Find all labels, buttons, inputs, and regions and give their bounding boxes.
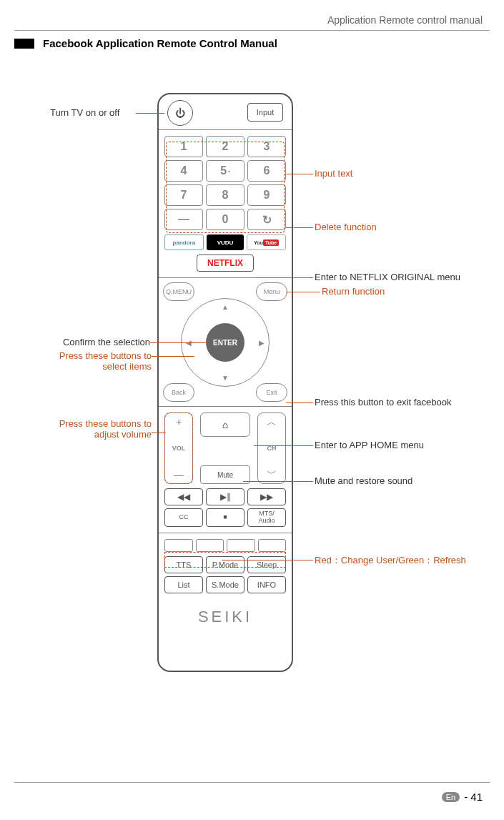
media-section: + VOL — ⌂ Mute ︿ CH ﹀ ◀◀ ▶∥ ▶▶ CC ■ MTS/…: [159, 407, 292, 533]
play-pause-icon: ▶∥: [220, 492, 231, 502]
play-pause-button[interactable]: ▶∥: [206, 488, 244, 505]
forward-icon: ▶▶: [260, 492, 273, 502]
back-button[interactable]: Back: [163, 383, 194, 402]
pandora-button[interactable]: pandora: [164, 234, 204, 250]
remote-body: ⏻ Input 1 2 3 4 5• 6 7 8 9 — 0 ↻ pandora…: [157, 93, 293, 672]
info-button[interactable]: INFO: [247, 576, 286, 593]
arrow-down-icon[interactable]: ▼: [222, 374, 229, 382]
callout-return: Return function: [322, 286, 385, 297]
yellow-button[interactable]: [227, 539, 255, 552]
section-title-bar: [14, 39, 34, 49]
blue-button[interactable]: [258, 539, 287, 552]
callout-volume: Press these buttons to adjust volume: [44, 418, 152, 440]
footer-rule: [14, 782, 490, 783]
green-button[interactable]: [196, 539, 224, 552]
vudu-button[interactable]: VUDU: [207, 234, 244, 250]
callout-input-text: Input text: [315, 168, 352, 179]
mts-button[interactable]: MTS/ Audio: [247, 508, 286, 527]
rewind-button[interactable]: ◀◀: [164, 488, 203, 505]
cc-button[interactable]: CC: [164, 508, 203, 527]
arrow-right-icon[interactable]: ▶: [259, 339, 265, 347]
brand-logo: SEIKI: [164, 593, 286, 641]
power-button[interactable]: ⏻: [167, 100, 193, 126]
netflix-button[interactable]: NETFLIX: [197, 255, 254, 272]
ch-down-icon: ﹀: [267, 468, 277, 480]
enter-button[interactable]: ENTER: [206, 323, 244, 362]
youtube-button[interactable]: YouTube: [247, 234, 286, 250]
callout-delete: Delete function: [315, 222, 377, 232]
list-button[interactable]: List: [164, 576, 203, 593]
stop-icon: ■: [223, 514, 227, 521]
callout-confirm: Confirm the selection: [50, 337, 150, 347]
power-icon: ⏻: [175, 107, 185, 119]
callout-power: Turn TV on or off: [50, 107, 119, 118]
section-title: Facebook Application Remote Control Manu…: [43, 37, 277, 49]
smode-button[interactable]: S.Mode: [206, 576, 244, 593]
numpad-highlight: [166, 142, 285, 233]
page-footer: En - 41: [442, 791, 483, 803]
callout-mute: Mute and restore sound: [315, 475, 412, 486]
page-number: - 41: [464, 791, 483, 803]
input-button[interactable]: Input: [247, 103, 283, 122]
red-button[interactable]: [164, 539, 193, 552]
forward-button[interactable]: ▶▶: [247, 488, 286, 505]
stop-button[interactable]: ■: [206, 508, 244, 527]
ch-up-icon: ︿: [267, 416, 277, 429]
callout-home: Enter to APP HOME menu: [315, 440, 424, 450]
page-header: Application Remote control manual: [327, 14, 483, 26]
home-button[interactable]: ⌂: [200, 413, 250, 437]
menu-button[interactable]: Menu: [256, 282, 287, 301]
app-row: pandora VUDU YouTube: [164, 234, 286, 250]
home-icon: ⌂: [222, 419, 228, 430]
callout-color: Red：Change User/Green：Refresh: [315, 554, 466, 567]
qmenu-button[interactable]: Q.MENU: [163, 282, 194, 301]
callout-select: Press these buttons to select items: [44, 350, 152, 372]
lang-badge: En: [442, 792, 460, 802]
channel-rocker[interactable]: ︿ CH ﹀: [257, 413, 286, 484]
arrow-up-icon[interactable]: ▲: [222, 303, 229, 311]
header-rule: [14, 30, 490, 31]
volume-highlight: [164, 413, 193, 484]
exit-button[interactable]: Exit: [256, 383, 287, 402]
extras-section: TTS P.Mode Sleep List S.Mode INFO SEIKI: [159, 533, 292, 646]
callout-netflix: Enter to NETFLIX ORIGINAL menu: [315, 272, 460, 282]
callout-exit: Press this button to exit facebook: [315, 397, 452, 407]
rewind-icon: ◀◀: [177, 492, 190, 502]
